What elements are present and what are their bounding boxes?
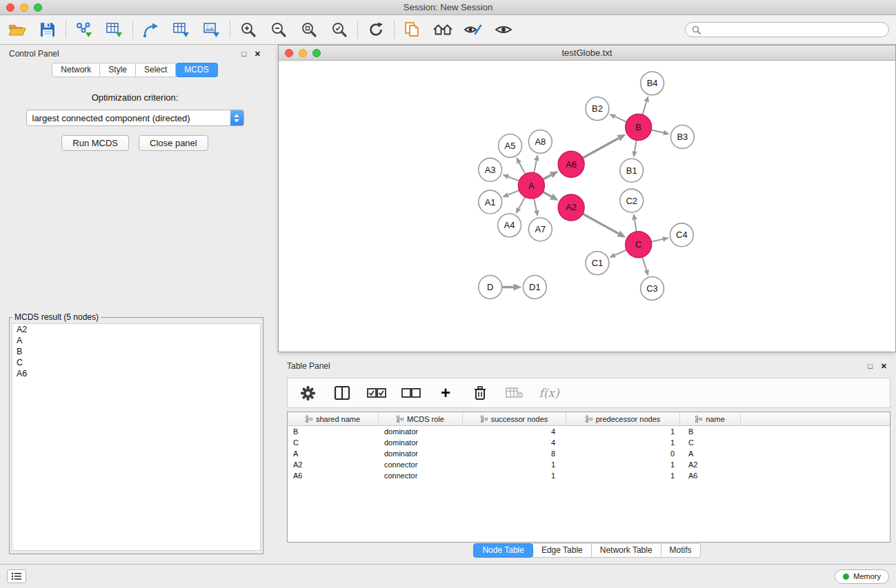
show-hide-details-button[interactable] bbox=[493, 19, 514, 40]
column-header-MCDS-role[interactable]: MCDS role bbox=[379, 412, 463, 425]
column-type-icon bbox=[586, 416, 593, 423]
column-header-successor-nodes[interactable]: successor nodes bbox=[463, 412, 566, 425]
create-column-button[interactable]: + bbox=[435, 383, 456, 403]
close-window-button[interactable] bbox=[6, 3, 14, 12]
graph-node-label: B bbox=[635, 122, 641, 132]
deselect-all-button[interactable] bbox=[401, 383, 421, 403]
table-panel-close-button[interactable]: ✕ bbox=[881, 363, 887, 370]
minimize-window-button[interactable] bbox=[20, 3, 28, 12]
delete-table-button[interactable] bbox=[504, 383, 525, 403]
export-table-button[interactable] bbox=[171, 19, 192, 40]
mcds-result-groupbox: MCDS result (5 nodes) A2ABCA6 bbox=[9, 312, 263, 554]
import-network-button[interactable] bbox=[74, 19, 94, 40]
share-network-button[interactable] bbox=[141, 19, 161, 40]
table-tab-node-table[interactable]: Node Table bbox=[473, 543, 533, 558]
table-cell: C bbox=[288, 438, 379, 447]
mcds-result-item[interactable]: A bbox=[12, 335, 260, 346]
control-panel-close-button[interactable]: ✕ bbox=[255, 50, 261, 58]
toolbar-separator bbox=[132, 21, 133, 39]
table-cell: 1 bbox=[566, 460, 680, 469]
import-table-icon bbox=[106, 21, 123, 38]
home-button[interactable] bbox=[432, 19, 453, 40]
mcds-result-item[interactable]: B bbox=[12, 346, 260, 357]
network-canvas[interactable]: B4B2BB3A5A8A6A3B1AA1C2A2A4A7C4CC1C3DD1 bbox=[279, 61, 895, 352]
control-panel-float-button[interactable]: □ bbox=[241, 50, 246, 58]
graph-node-label: A5 bbox=[505, 141, 516, 151]
select-all-button[interactable] bbox=[366, 383, 387, 403]
column-visibility-button[interactable] bbox=[332, 383, 352, 403]
column-header-predecessor-nodes[interactable]: predecessor nodes bbox=[566, 412, 680, 425]
network-close-button[interactable] bbox=[285, 49, 293, 57]
refresh-view-button[interactable] bbox=[366, 19, 386, 40]
import-table-button[interactable] bbox=[104, 19, 125, 40]
table-panel-float-button[interactable]: □ bbox=[868, 363, 873, 370]
show-panels-button[interactable] bbox=[7, 569, 26, 583]
delete-table-icon bbox=[506, 386, 524, 400]
table-tab-network-table[interactable]: Network Table bbox=[592, 543, 661, 558]
column-header-name[interactable]: name bbox=[680, 412, 741, 425]
mcds-result-item[interactable]: A2 bbox=[12, 324, 260, 335]
mcds-result-list: A2ABCA6 bbox=[12, 323, 261, 551]
table-row[interactable]: Bdominator41B bbox=[288, 426, 890, 437]
table-tab-motifs[interactable]: Motifs bbox=[661, 543, 701, 558]
table-row[interactable]: A6connector11A6 bbox=[288, 470, 890, 481]
network-window-titlebar: testGlobe.txt bbox=[279, 45, 895, 61]
graph-node-label: C bbox=[635, 239, 641, 250]
memory-button[interactable]: Memory bbox=[835, 569, 889, 584]
edge-arrow-icon bbox=[632, 214, 637, 220]
graphics-details-button[interactable] bbox=[463, 19, 484, 40]
mcds-result-item[interactable]: C bbox=[12, 357, 260, 368]
control-panel-tabs: NetworkStyleSelectMCDS bbox=[0, 63, 270, 77]
tab-mcds[interactable]: MCDS bbox=[176, 63, 217, 77]
tab-style[interactable]: Style bbox=[100, 63, 136, 77]
table-row[interactable]: Adominator80A bbox=[288, 448, 890, 459]
delete-column-button[interactable] bbox=[470, 383, 490, 403]
zoom-out-button[interactable] bbox=[268, 19, 289, 40]
mcds-result-item[interactable]: A6 bbox=[12, 368, 260, 379]
table-cell: dominator bbox=[379, 438, 463, 447]
graph-node-label: D1 bbox=[529, 282, 541, 292]
zoom-in-button[interactable] bbox=[238, 19, 259, 40]
open-folder-icon bbox=[8, 22, 26, 37]
network-zoom-button[interactable] bbox=[312, 49, 321, 57]
columns-icon bbox=[334, 385, 350, 401]
control-panel: Control Panel □ ✕ NetworkStyleSelectMCDS… bbox=[0, 45, 270, 564]
graph-node-label: A8 bbox=[535, 136, 546, 147]
table-row[interactable]: Cdominator41C bbox=[288, 437, 890, 448]
optimization-criterion-dropdown[interactable]: largest connected component (directed) bbox=[26, 110, 244, 126]
zoom-selected-button[interactable] bbox=[329, 19, 350, 40]
search-field[interactable] bbox=[685, 22, 889, 37]
table-row[interactable]: A2connector11A2 bbox=[288, 459, 890, 470]
graph-node-label: C2 bbox=[626, 196, 637, 206]
graph-node-label: B1 bbox=[626, 165, 637, 176]
column-header-label: successor nodes bbox=[491, 415, 548, 423]
close-panel-button[interactable]: Close panel bbox=[139, 135, 208, 151]
trash-icon bbox=[474, 385, 486, 401]
export-image-button[interactable] bbox=[201, 19, 222, 40]
list-icon bbox=[11, 572, 22, 580]
tab-network[interactable]: Network bbox=[52, 63, 100, 77]
network-minimize-button[interactable] bbox=[299, 49, 307, 57]
save-session-button[interactable] bbox=[37, 19, 58, 40]
run-mcds-button[interactable]: Run MCDS bbox=[61, 135, 129, 151]
graph-node-label: B3 bbox=[677, 132, 688, 142]
table-panel: Table Panel □ ✕ bbox=[278, 357, 896, 564]
search-input[interactable] bbox=[704, 25, 882, 34]
table-tab-edge-table[interactable]: Edge Table bbox=[533, 543, 592, 558]
column-header-shared-name[interactable]: shared name bbox=[288, 412, 379, 425]
zoom-fit-button[interactable] bbox=[299, 19, 319, 40]
documents-button[interactable] bbox=[402, 19, 423, 40]
table-cell: A bbox=[680, 449, 741, 458]
homes-icon bbox=[432, 22, 453, 37]
column-header-label: name bbox=[706, 415, 725, 423]
zoom-window-button[interactable] bbox=[34, 3, 42, 12]
function-builder-button[interactable]: f(x) bbox=[539, 383, 559, 403]
open-session-button[interactable] bbox=[7, 19, 28, 40]
column-type-icon bbox=[481, 416, 488, 423]
toolbar-separator bbox=[230, 21, 230, 39]
table-settings-button[interactable] bbox=[297, 383, 318, 403]
control-panel-header: Control Panel □ ✕ bbox=[0, 45, 270, 63]
tab-select[interactable]: Select bbox=[136, 63, 176, 77]
table-cell: A6 bbox=[288, 472, 379, 480]
graph-node-label: C1 bbox=[592, 258, 604, 268]
